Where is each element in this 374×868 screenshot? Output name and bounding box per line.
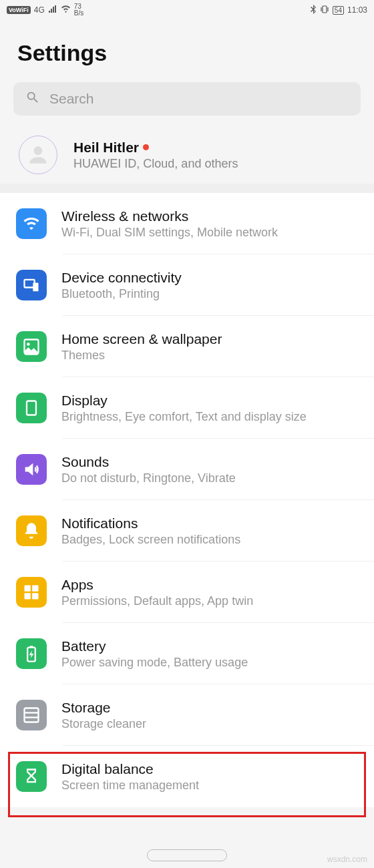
row-title: Storage <box>61 700 361 716</box>
settings-row-sound[interactable]: Sounds Do not disturb, Ringtone, Vibrate <box>0 439 374 500</box>
row-text: Wireless & networks Wi-Fi, Dual SIM sett… <box>61 208 361 240</box>
storage-icon <box>16 700 47 730</box>
settings-row-display[interactable]: Display Brightness, Eye comfort, Text an… <box>0 377 374 439</box>
svg-point-3 <box>34 146 43 155</box>
settings-row-hourglass[interactable]: Digital balance Screen time management <box>0 746 374 807</box>
row-subtitle: Themes <box>61 349 361 363</box>
apps-icon <box>16 577 47 608</box>
account-name: Heil Hitler <box>73 140 361 156</box>
signal-icon <box>48 5 57 15</box>
row-text: Storage Storage cleaner <box>61 700 361 731</box>
vibrate-icon <box>320 5 329 16</box>
row-subtitle: Screen time management <box>61 779 361 793</box>
row-subtitle: Do not disturb, Ringtone, Vibrate <box>61 471 361 485</box>
row-title: Apps <box>61 577 361 593</box>
row-text: Sounds Do not disturb, Ringtone, Vibrate <box>61 454 361 485</box>
bell-icon <box>16 515 47 546</box>
display-icon <box>16 393 47 423</box>
row-text: Home screen & wallpaper Themes <box>61 331 361 363</box>
row-subtitle: Storage cleaner <box>61 717 361 731</box>
sound-icon <box>16 454 47 485</box>
row-title: Wireless & networks <box>61 208 361 224</box>
settings-row-devices[interactable]: Device connectivity Bluetooth, Printing <box>0 254 374 316</box>
wifi-icon <box>61 5 71 15</box>
settings-list: Wireless & networks Wi-Fi, Dual SIM sett… <box>0 193 374 807</box>
row-text: Digital balance Screen time management <box>61 761 361 793</box>
wifi-icon <box>16 208 47 239</box>
account-subtitle: HUAWEI ID, Cloud, and others <box>73 157 361 171</box>
hourglass-icon <box>16 761 47 792</box>
row-title: Digital balance <box>61 761 361 777</box>
image-icon <box>16 331 47 362</box>
bluetooth-icon <box>310 5 317 16</box>
watermark: wsxdn.com <box>327 855 367 864</box>
avatar <box>19 136 57 174</box>
section-divider <box>0 184 374 193</box>
settings-row-apps[interactable]: Apps Permissions, Default apps, App twin <box>0 562 374 623</box>
row-text: Device connectivity Bluetooth, Printing <box>61 270 361 301</box>
row-text: Notifications Badges, Lock screen notifi… <box>61 515 361 547</box>
row-title: Home screen & wallpaper <box>61 331 361 347</box>
row-text: Display Brightness, Eye comfort, Text an… <box>61 393 361 424</box>
network-type: 4G <box>34 5 45 15</box>
devices-icon <box>16 270 47 300</box>
account-text: Heil Hitler HUAWEI ID, Cloud, and others <box>73 140 361 171</box>
search-placeholder: Search <box>49 91 94 107</box>
row-subtitle: Wi-Fi, Dual SIM settings, Mobile network <box>61 226 361 240</box>
settings-row-battery[interactable]: Battery Power saving mode, Battery usage <box>0 623 374 684</box>
data-rate: 73 B/s <box>74 3 83 17</box>
row-title: Display <box>61 393 361 409</box>
nav-bar <box>0 849 374 861</box>
row-text: Apps Permissions, Default apps, App twin <box>61 577 361 608</box>
vowifi-badge: VoWiFi <box>7 6 31 14</box>
svg-rect-0 <box>323 6 327 13</box>
row-title: Sounds <box>61 454 361 470</box>
settings-row-bell[interactable]: Notifications Badges, Lock screen notifi… <box>0 500 374 562</box>
notification-dot <box>143 144 149 150</box>
page-title: Settings <box>17 40 357 66</box>
account-row[interactable]: Heil Hitler HUAWEI ID, Cloud, and others <box>0 126 374 184</box>
status-bar: VoWiFi 4G 73 B/s 54 11:03 <box>0 0 374 20</box>
row-title: Battery <box>61 638 361 654</box>
row-subtitle: Bluetooth, Printing <box>61 287 361 301</box>
home-pill[interactable] <box>147 849 227 861</box>
row-subtitle: Brightness, Eye comfort, Text and displa… <box>61 410 361 424</box>
page-header: Settings <box>0 20 374 82</box>
settings-row-wifi[interactable]: Wireless & networks Wi-Fi, Dual SIM sett… <box>0 193 374 254</box>
row-text: Battery Power saving mode, Battery usage <box>61 638 361 670</box>
row-title: Notifications <box>61 515 361 531</box>
row-subtitle: Permissions, Default apps, App twin <box>61 594 361 608</box>
row-subtitle: Badges, Lock screen notifications <box>61 533 361 547</box>
search-input[interactable]: Search <box>13 82 361 116</box>
status-right: 54 11:03 <box>310 5 367 16</box>
search-icon <box>25 90 40 107</box>
settings-row-storage[interactable]: Storage Storage cleaner <box>0 684 374 746</box>
status-left: VoWiFi 4G 73 B/s <box>7 3 83 17</box>
battery-icon <box>16 638 47 669</box>
settings-row-image[interactable]: Home screen & wallpaper Themes <box>0 316 374 377</box>
battery-indicator: 54 <box>333 6 344 15</box>
clock: 11:03 <box>347 5 367 15</box>
row-title: Device connectivity <box>61 270 361 286</box>
row-subtitle: Power saving mode, Battery usage <box>61 656 361 670</box>
